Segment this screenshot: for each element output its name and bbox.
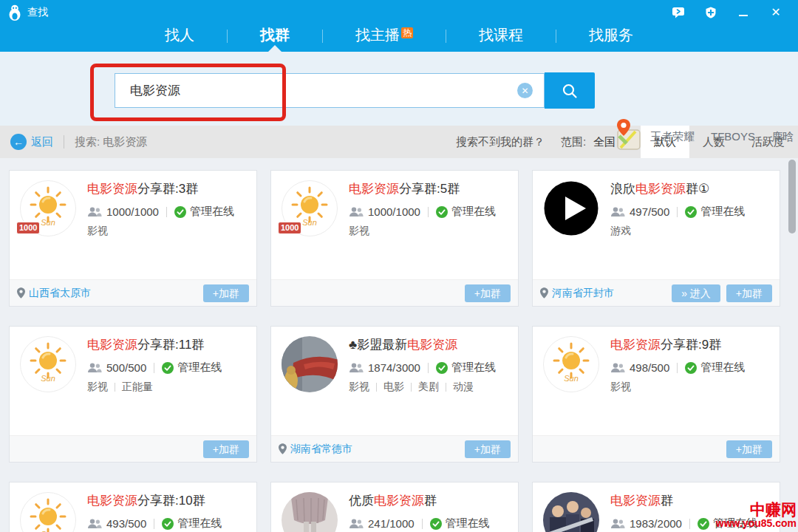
group-avatar-sun[interactable]: Sun1000 (20, 180, 76, 236)
group-title[interactable]: 电影资源分享群:10群 (87, 492, 246, 510)
join-group-button[interactable]: +加群 (465, 284, 511, 302)
members-icon (87, 362, 102, 374)
group-title[interactable]: 电影资源分享群:3群 (87, 180, 246, 198)
group-location-label: 湖南省常德市 (290, 443, 352, 456)
nav-divider (227, 30, 228, 43)
admin-online-icon (685, 206, 697, 218)
group-card: ♣影盟最新电影资源 1874/3000 (270, 326, 519, 463)
group-title-highlight: 电影资源 (87, 494, 137, 508)
join-group-button[interactable]: +加群 (203, 440, 249, 458)
hot-keywords: 王者荣耀TFBOYS鹿晗 (650, 130, 794, 144)
group-location[interactable]: 湖南省常德市 (279, 443, 352, 456)
group-title-suffix: 分享群:11群 (137, 338, 204, 352)
tab-3[interactable]: 找主播热 (347, 21, 422, 52)
members-icon (349, 362, 364, 374)
member-row: 493/500 管理在线 (87, 516, 246, 531)
tab-2[interactable]: 找群 (251, 21, 299, 52)
group-title-highlight: 电影资源 (349, 182, 399, 196)
back-label: 返回 (31, 135, 53, 149)
card-buttons: +加群 (465, 284, 511, 302)
group-title[interactable]: ♣影盟最新电影资源 (349, 336, 508, 354)
search-section: ✕ 王者荣耀TFBOYS鹿晗 (0, 52, 798, 126)
group-avatar-sun[interactable]: Sun (20, 336, 76, 392)
join-group-button[interactable]: +加群 (726, 284, 772, 302)
member-row: 1874/3000 管理在线 (349, 361, 508, 375)
group-location[interactable]: 河南省开封市 (540, 287, 614, 300)
security-icon[interactable] (703, 5, 718, 20)
member-capacity-badge: 1000 (278, 222, 301, 234)
tab-4[interactable]: 找课程 (470, 21, 532, 52)
member-row: 1000/1000 管理在线 (87, 205, 246, 219)
member-count: 1874/3000 (368, 361, 420, 374)
group-location-label: 河南省开封市 (552, 287, 614, 300)
divider (376, 383, 377, 392)
watermark-site-url: www.you85.com (716, 518, 797, 529)
close-button[interactable]: ✕ (768, 5, 783, 20)
members-icon (87, 206, 102, 218)
member-row: 1000/1000 管理在线 (349, 205, 508, 219)
admin-status: 管理在线 (177, 361, 222, 375)
minimize-button[interactable] (736, 5, 751, 20)
enter-group-button[interactable]: » 进入 (672, 284, 720, 302)
group-title-highlight: 电影资源 (610, 338, 661, 352)
tab-label: 找主播 (355, 27, 400, 43)
join-group-button[interactable]: +加群 (203, 284, 249, 302)
join-group-button[interactable]: +加群 (726, 440, 772, 458)
hot-keyword-1[interactable]: 王者荣耀 (650, 130, 695, 144)
group-title-suffix: 群① (686, 182, 709, 196)
tab-label: 找服务 (589, 27, 633, 43)
watermark: 中赚网 www.you85.com (716, 502, 797, 529)
divider (689, 519, 690, 529)
group-tag: 影视 (87, 381, 108, 394)
hot-keyword-2[interactable]: TFBOYS (711, 130, 755, 144)
group-card: Sun 电影资源分享群:10群 493/500 (9, 482, 257, 532)
group-avatar-photo-car[interactable] (282, 336, 338, 392)
card-buttons: +加群 (465, 440, 511, 458)
group-title[interactable]: 优质电影资源群 (349, 492, 508, 510)
search-button[interactable] (545, 72, 595, 109)
group-location[interactable]: 山西省太原市 (17, 287, 91, 300)
clear-search-icon[interactable]: ✕ (517, 83, 533, 98)
sun-avatar-art: Sun (543, 336, 599, 392)
nearby-groups-map-icon[interactable] (613, 117, 641, 152)
member-count: 1000/1000 (368, 205, 420, 218)
group-avatar-sun[interactable]: Sun (543, 336, 599, 392)
group-avatar-sun[interactable]: Sun (20, 492, 76, 532)
admin-status: 管理在线 (700, 361, 745, 375)
group-avatar-play[interactable] (543, 180, 599, 236)
tab-1[interactable]: 找人 (156, 21, 203, 52)
hot-keyword-3[interactable]: 鹿晗 (771, 130, 794, 144)
search-input[interactable] (115, 73, 545, 108)
sun-avatar-art: Sun (20, 492, 76, 532)
join-group-button[interactable]: +加群 (465, 440, 511, 458)
cards-grid: Sun1000 电影资源分享群:3群 1000/1000 (0, 158, 798, 532)
play-avatar-art (543, 180, 599, 236)
group-title-prefix: ♣影盟最新 (349, 338, 407, 352)
svg-text:Sun: Sun (41, 374, 55, 383)
scope-value-dropdown[interactable]: 全国 (593, 135, 615, 149)
group-title[interactable]: 电影资源分享群:5群 (349, 180, 508, 198)
divider (115, 383, 115, 392)
member-row: 497/500 管理在线 (610, 205, 769, 219)
member-row: 498/500 管理在线 (610, 361, 769, 375)
group-avatar-sun[interactable]: Sun1000 (282, 180, 338, 236)
feedback-icon[interactable] (671, 5, 686, 20)
nav-divider (322, 30, 323, 43)
back-button[interactable]: ← 返回 (10, 134, 53, 150)
cant-find-group-link[interactable]: 搜索不到我的群？ (456, 135, 545, 149)
group-card: 浪欣电影资源群① 497/500 (532, 170, 780, 307)
tab-5[interactable]: 找服务 (580, 21, 642, 52)
group-title[interactable]: 浪欣电影资源群① (610, 180, 769, 198)
admin-online-icon (162, 518, 174, 530)
group-tag: 影视 (349, 225, 369, 238)
group-avatar-photo-band[interactable] (543, 492, 599, 532)
admin-status: 管理在线 (700, 205, 745, 219)
divider (64, 135, 64, 149)
group-title[interactable]: 电影资源分享群:9群 (610, 336, 769, 354)
card-footer: 河南省开封市 » 进入+加群 (533, 279, 780, 306)
scrollbar-thumb[interactable] (788, 160, 796, 233)
dress-photo-avatar-art (282, 492, 338, 532)
group-title-prefix: 优质 (349, 494, 374, 508)
group-title[interactable]: 电影资源分享群:11群 (87, 336, 246, 354)
group-avatar-photo-dress[interactable] (282, 492, 338, 532)
